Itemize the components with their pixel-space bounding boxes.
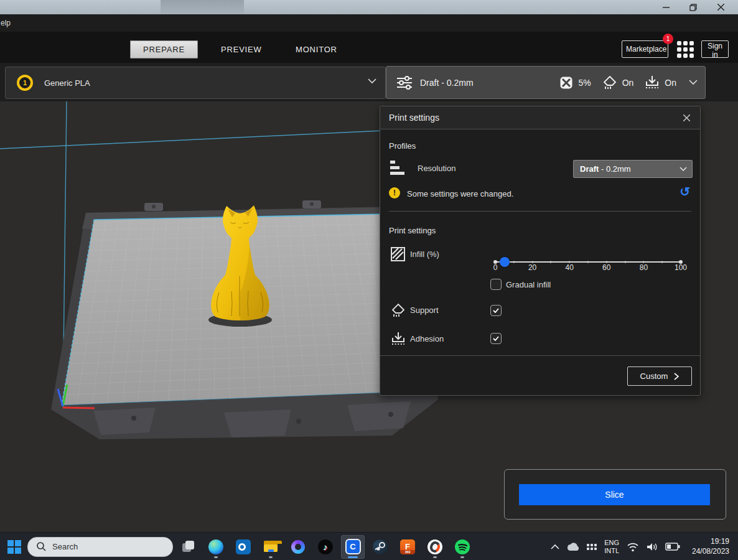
taskbar-app-loop[interactable] [286, 535, 310, 559]
onedrive-tray-button[interactable] [565, 541, 581, 553]
profile-summary: Draft - 0.2mm [420, 78, 474, 88]
axis-x [63, 408, 95, 408]
cloud-icon [566, 542, 580, 551]
sign-in-button[interactable]: Sign in [701, 40, 729, 58]
time: 19:19 [711, 537, 729, 546]
tab-preview[interactable]: PREVIEW [215, 40, 268, 58]
menu-item-help[interactable]: elp [0, 19, 11, 27]
chevron-up-icon [551, 544, 559, 549]
adhesion-checkbox[interactable] [490, 333, 502, 344]
window-minimize-button[interactable] [652, 0, 680, 14]
close-icon [717, 4, 724, 11]
taskbar: Search ♪ C [0, 532, 738, 560]
slice-action-panel: Slice [504, 469, 726, 520]
date: 24/08/2023 [692, 547, 729, 556]
window-restore-button[interactable] [680, 0, 707, 14]
taskbar-app-fusion-360[interactable]: F360 [396, 535, 419, 559]
support-icon [391, 303, 406, 318]
loop-icon [291, 540, 305, 554]
tab-prepare[interactable]: PREPARE [130, 40, 198, 58]
titlebar-shade [161, 0, 244, 14]
search-icon [37, 542, 46, 551]
taskbar-app-cura[interactable]: C [341, 535, 365, 559]
resolution-label: Resolution [418, 164, 455, 173]
menu-bar: elp [0, 14, 738, 32]
taskbar-app-outlook[interactable] [231, 535, 255, 559]
material-selector[interactable]: 1 Generic PLA [5, 67, 386, 99]
support-checkbox[interactable] [490, 305, 502, 316]
window-controls [652, 0, 734, 14]
language-line2: INTL [604, 547, 619, 554]
adhesion-icon [391, 332, 406, 347]
tick-label: 40 [566, 263, 574, 272]
adhesion-label: Adhesion [410, 334, 444, 343]
chevron-down-icon [680, 167, 687, 172]
tick-label: 20 [528, 263, 536, 272]
close-icon [683, 114, 690, 121]
extruder-number: 1 [23, 79, 27, 86]
tab-monitor[interactable]: MONITOR [289, 40, 343, 58]
reset-settings-button[interactable]: ↺ [680, 185, 690, 198]
resolution-value-rest: - 0.2mm [599, 164, 630, 174]
profiles-heading: Profiles [389, 141, 416, 151]
taskbar-app-file-explorer[interactable] [259, 535, 283, 559]
windows-logo-icon [7, 540, 21, 554]
window-close-button[interactable] [707, 0, 734, 14]
support-icon [602, 75, 617, 90]
search-placeholder: Search [52, 542, 78, 551]
battery-button[interactable] [664, 541, 681, 552]
taskbar-search[interactable]: Search [27, 537, 173, 557]
resolution-dropdown[interactable]: Draft - 0.2mm [573, 160, 693, 178]
divider [380, 355, 700, 356]
tick-label: 60 [602, 263, 610, 272]
restore-icon [689, 4, 697, 11]
language-indicator[interactable]: ENG INTL [602, 539, 621, 554]
tick-label: 0 [493, 263, 498, 272]
dots-grid-icon [587, 544, 597, 550]
taskbar-app-task-view[interactable] [177, 535, 200, 559]
configuration-band: 1 Generic PLA Draft - 0.2mm [0, 63, 738, 101]
taskbar-app-steam[interactable] [368, 535, 392, 559]
print-settings-summary[interactable]: Draft - 0.2mm 5% On [386, 66, 706, 99]
wifi-button[interactable] [625, 541, 640, 553]
speaker-icon [646, 542, 658, 552]
cura-icon: C [345, 539, 361, 554]
applications-grid-icon[interactable] [676, 41, 694, 58]
hidden-icons-button[interactable] [549, 543, 561, 551]
gradual-infill-label: Gradual infill [506, 280, 551, 289]
file-explorer-icon [263, 539, 278, 554]
taskbar-app-edge[interactable] [204, 535, 228, 559]
taskbar-app-opera[interactable] [423, 535, 447, 559]
support-summary: On [622, 78, 634, 88]
taskbar-app-tiktok[interactable]: ♪ [314, 535, 337, 559]
custom-settings-button[interactable]: Custom [627, 366, 692, 386]
window-titlebar [0, 0, 738, 14]
slice-button[interactable]: Slice [519, 484, 710, 505]
divider [389, 211, 691, 212]
battery-icon [665, 543, 680, 551]
print-settings-panel: Print settings Profiles Resolution Draft… [380, 106, 701, 396]
marketplace-button[interactable]: Marketplace [622, 40, 668, 58]
wifi-icon [627, 542, 639, 552]
volume-button[interactable] [645, 541, 660, 553]
fusion-360-icon: F360 [400, 539, 415, 554]
tick-label: 100 [675, 263, 687, 272]
stage-tab-bar: PREPARE PREVIEW MONITOR Marketplace 1 Si… [0, 32, 738, 63]
panel-title: Print settings [389, 113, 439, 123]
infill-icon [391, 247, 405, 261]
panel-header: Print settings [380, 106, 700, 129]
taskbar-app-spotify[interactable] [451, 535, 474, 559]
opera-icon [427, 539, 442, 554]
spotify-icon [455, 539, 470, 554]
marketplace-notification-badge: 1 [663, 34, 673, 44]
sliders-icon [396, 76, 413, 90]
chevron-down-icon[interactable] [689, 80, 698, 85]
gradual-infill-checkbox[interactable] [490, 279, 502, 290]
outlook-icon [236, 539, 251, 554]
start-button[interactable] [5, 536, 24, 558]
edge-icon [208, 539, 223, 554]
clock[interactable]: 19:19 24/08/2023 [688, 536, 733, 558]
panel-close-button[interactable] [679, 110, 694, 125]
adhesion-icon [645, 75, 660, 90]
tray-dots-grid-button[interactable] [586, 543, 598, 551]
